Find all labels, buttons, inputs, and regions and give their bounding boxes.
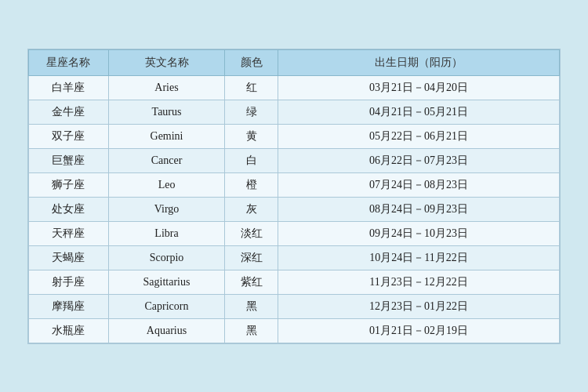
cell-chinese: 双子座 xyxy=(29,124,109,148)
table-body: 白羊座Aries红03月21日－04月20日金牛座Taurus绿04月21日－0… xyxy=(29,75,560,343)
cell-english: Libra xyxy=(108,221,225,245)
cell-date: 01月21日－02月19日 xyxy=(278,318,560,343)
table-row: 金牛座Taurus绿04月21日－05月21日 xyxy=(29,100,560,124)
cell-chinese: 摩羯座 xyxy=(29,294,109,318)
cell-date: 06月22日－07月23日 xyxy=(278,148,560,172)
cell-chinese: 射手座 xyxy=(29,270,109,294)
header-english: 英文名称 xyxy=(108,49,225,75)
table-row: 天秤座Libra淡红09月24日－10月23日 xyxy=(29,221,560,245)
table-row: 巨蟹座Cancer白06月22日－07月23日 xyxy=(29,148,560,172)
cell-date: 08月24日－09月23日 xyxy=(278,197,560,221)
cell-chinese: 水瓶座 xyxy=(29,318,109,343)
cell-english: Capricorn xyxy=(108,294,225,318)
table-row: 水瓶座Aquarius黑01月21日－02月19日 xyxy=(29,318,560,343)
cell-date: 09月24日－10月23日 xyxy=(278,221,560,245)
cell-chinese: 处女座 xyxy=(29,197,109,221)
cell-color: 白 xyxy=(225,148,278,172)
header-date: 出生日期（阳历） xyxy=(278,49,560,75)
header-chinese: 星座名称 xyxy=(29,49,109,75)
cell-color: 灰 xyxy=(225,197,278,221)
cell-date: 11月23日－12月22日 xyxy=(278,270,560,294)
table-row: 白羊座Aries红03月21日－04月20日 xyxy=(29,75,560,100)
cell-date: 12月23日－01月22日 xyxy=(278,294,560,318)
header-color: 颜色 xyxy=(225,49,278,75)
cell-english: Virgo xyxy=(108,197,225,221)
cell-chinese: 金牛座 xyxy=(29,100,109,124)
cell-chinese: 天秤座 xyxy=(29,221,109,245)
cell-english: Taurus xyxy=(108,100,225,124)
cell-date: 03月21日－04月20日 xyxy=(278,75,560,100)
table-header-row: 星座名称 英文名称 颜色 出生日期（阳历） xyxy=(29,49,560,75)
cell-color: 紫红 xyxy=(225,270,278,294)
cell-english: Leo xyxy=(108,172,225,197)
cell-color: 黑 xyxy=(225,294,278,318)
cell-english: Aries xyxy=(108,75,225,100)
cell-color: 红 xyxy=(225,75,278,100)
table-row: 处女座Virgo灰08月24日－09月23日 xyxy=(29,197,560,221)
table-row: 双子座Gemini黄05月22日－06月21日 xyxy=(29,124,560,148)
cell-color: 绿 xyxy=(225,100,278,124)
cell-date: 04月21日－05月21日 xyxy=(278,100,560,124)
cell-chinese: 巨蟹座 xyxy=(29,148,109,172)
cell-chinese: 天蝎座 xyxy=(29,245,109,270)
zodiac-table-container: 星座名称 英文名称 颜色 出生日期（阳历） 白羊座Aries红03月21日－04… xyxy=(27,49,561,344)
cell-date: 10月24日－11月22日 xyxy=(278,245,560,270)
cell-english: Scorpio xyxy=(108,245,225,270)
cell-date: 05月22日－06月21日 xyxy=(278,124,560,148)
cell-chinese: 白羊座 xyxy=(29,75,109,100)
cell-color: 黄 xyxy=(225,124,278,148)
cell-color: 黑 xyxy=(225,318,278,343)
cell-english: Cancer xyxy=(108,148,225,172)
table-row: 摩羯座Capricorn黑12月23日－01月22日 xyxy=(29,294,560,318)
cell-english: Aquarius xyxy=(108,318,225,343)
table-row: 狮子座Leo橙07月24日－08月23日 xyxy=(29,172,560,197)
table-row: 天蝎座Scorpio深红10月24日－11月22日 xyxy=(29,245,560,270)
cell-date: 07月24日－08月23日 xyxy=(278,172,560,197)
cell-color: 深红 xyxy=(225,245,278,270)
table-row: 射手座Sagittarius紫红11月23日－12月22日 xyxy=(29,270,560,294)
cell-chinese: 狮子座 xyxy=(29,172,109,197)
cell-english: Gemini xyxy=(108,124,225,148)
zodiac-table: 星座名称 英文名称 颜色 出生日期（阳历） 白羊座Aries红03月21日－04… xyxy=(28,49,560,343)
cell-color: 橙 xyxy=(225,172,278,197)
cell-english: Sagittarius xyxy=(108,270,225,294)
cell-color: 淡红 xyxy=(225,221,278,245)
